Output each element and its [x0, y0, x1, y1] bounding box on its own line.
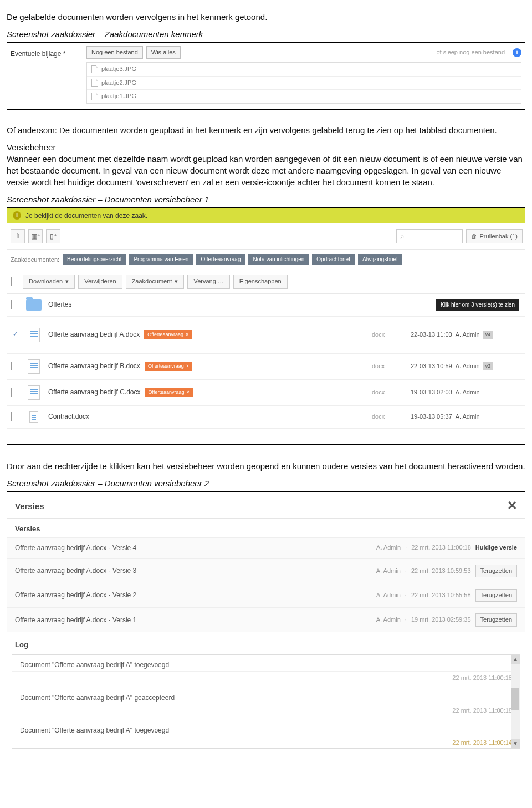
info-icon: i	[13, 211, 21, 220]
version-name: Offerte aanvraag bedrijf A.docx - Versie…	[15, 566, 376, 576]
doc-user: A. Admin	[456, 388, 480, 397]
doc-tag[interactable]: Offerteaanvraag×	[145, 388, 193, 397]
document-row[interactable]: Offerte aanvraag bedrijf C.docx Offertea…	[7, 380, 525, 406]
doc-type-tag[interactable]: Offerteaanvraag	[196, 254, 245, 265]
log-timestamp: 22 mrt. 2013 11:00:14	[12, 736, 520, 748]
screenshot-caption: Screenshot zaakdossier – Zaakdocumenten …	[7, 28, 525, 40]
doc-type-tag[interactable]: Nota van inlichtingen	[248, 254, 309, 265]
version-row[interactable]: Offerte aanvraag bedrijf A.docx - Versie…	[7, 558, 525, 583]
scroll-down-icon[interactable]: ▼	[511, 739, 520, 748]
info-icon[interactable]: i	[513, 48, 521, 57]
screenshot-attachment-field: Eventuele bijlage * Nog een bestand Wis …	[7, 42, 525, 110]
screenshot-document-list: i Je bekijkt de documenten van deze zaak…	[7, 207, 525, 445]
doc-user: A. Admin	[456, 331, 480, 339]
clear-all-button[interactable]: Wis alles	[146, 46, 181, 59]
file-name: plaatje2.JPG	[101, 79, 136, 87]
folder-row[interactable]: Offertes Klik hier om 3 versie(s) te zie…	[7, 294, 525, 317]
scroll-up-icon[interactable]: ▲	[511, 655, 520, 664]
doc-ext: docx	[372, 331, 405, 339]
file-icon	[91, 65, 98, 73]
remove-tag-icon[interactable]: ×	[186, 363, 189, 370]
versions-subheading: Versies	[7, 518, 525, 537]
required-marker: *	[63, 50, 66, 58]
version-date: 22 mrt. 2013 10:55:58	[411, 591, 471, 599]
section-heading: Versiebeheer	[7, 143, 55, 152]
zaakdocument-button[interactable]: Zaakdocument▾	[126, 275, 185, 288]
row-checkbox[interactable]	[11, 412, 12, 421]
log-heading: Log	[7, 636, 525, 654]
row-checkbox[interactable]	[11, 300, 12, 309]
revert-button[interactable]: Terugzetten	[475, 565, 517, 577]
doc-tag[interactable]: Offerteaanvraag×	[145, 362, 192, 371]
remove-tag-icon[interactable]: ×	[186, 331, 188, 338]
version-name: Offerte aanvraag bedrijf A.docx - Versie…	[15, 543, 376, 553]
version-row[interactable]: Offerte aanvraag bedrijf A.docx - Versie…	[7, 607, 525, 632]
doc-ext: docx	[372, 388, 405, 397]
row-checkbox[interactable]	[11, 362, 12, 370]
scrollbar-thumb[interactable]	[511, 688, 519, 710]
folder-icon	[26, 299, 42, 311]
version-tooltip: Klik hier om 3 versie(s) te zien	[436, 299, 519, 311]
file-item[interactable]: plaatje1.JPG	[87, 90, 521, 103]
version-badge[interactable]: v2	[483, 362, 493, 370]
document-row[interactable]: Offerte aanvraag bedrijf A.docx Offertea…	[7, 317, 525, 354]
new-document-button[interactable]: ▯⁺	[46, 229, 60, 243]
scrollbar-track[interactable]: ▲ ▼	[511, 655, 520, 748]
close-icon[interactable]: ✕	[507, 497, 517, 515]
doc-type-tag[interactable]: Beoordelingsoverzicht	[63, 254, 126, 265]
row-checkbox[interactable]	[11, 388, 12, 397]
field-label: Eventuele bijlage *	[11, 46, 80, 59]
search-input[interactable]: ⌕	[396, 229, 463, 243]
file-item[interactable]: plaatje2.JPG	[87, 77, 521, 90]
section-heading-and-paragraph: Versiebeheer Wanneer een document met de…	[7, 141, 525, 188]
log-scroll-area[interactable]: Document "Offerte aanvraag bedrijf A" to…	[12, 654, 520, 749]
doc-name: Offerte aanvraag bedrijf C.docx	[48, 388, 141, 397]
properties-button[interactable]: Eigenschappen	[233, 275, 288, 288]
doc-tag[interactable]: Offerteaanvraag×	[144, 330, 192, 339]
file-name: plaatje3.JPG	[101, 65, 136, 73]
search-icon: ⌕	[400, 232, 404, 241]
doc-date: 22-03-13 10:59	[411, 362, 452, 370]
version-user: A. Admin	[376, 591, 401, 599]
doc-date: 19-03-13 05:37	[411, 413, 452, 421]
log-entry: Document "Offerte aanvraag bedrijf A" to…	[12, 655, 520, 672]
version-row[interactable]: Offerte aanvraag bedrijf A.docx - Versie…	[7, 583, 525, 607]
document-icon	[28, 359, 40, 374]
revert-button[interactable]: Terugzetten	[475, 613, 517, 626]
doc-type-tag[interactable]: Programma van Eisen	[129, 254, 193, 265]
file-item[interactable]: plaatje3.JPG	[87, 63, 521, 76]
row-checkbox[interactable]	[11, 322, 19, 347]
new-folder-button[interactable]: ▥⁺	[28, 229, 43, 243]
select-all-checkbox[interactable]	[11, 277, 12, 286]
doc-type-tag[interactable]: Afwijzingsbrief	[358, 254, 402, 265]
document-icon	[28, 385, 40, 400]
screenshot-caption: Screenshot zaakdossier – Documenten vers…	[7, 477, 525, 489]
log-entry: Document "Offerte aanvraag bedrijf A" ge…	[12, 688, 520, 704]
download-button[interactable]: Downloaden▾	[23, 275, 75, 288]
document-row[interactable]: Offerte aanvraag bedrijf B.docx Offertea…	[7, 354, 525, 380]
log-entry: Document "Offerte aanvraag bedrijf A" to…	[12, 720, 520, 736]
remove-tag-icon[interactable]: ×	[186, 389, 189, 396]
document-icon	[29, 411, 38, 423]
version-date: 19 mrt. 2013 02:59:35	[411, 616, 471, 624]
version-badge[interactable]: v4	[483, 331, 493, 339]
drag-hint: of sleep nog een bestand	[436, 48, 505, 57]
version-name: Offerte aanvraag bedrijf A.docx - Versie…	[15, 591, 376, 600]
file-name: plaatje1.JPG	[101, 92, 136, 100]
revert-button[interactable]: Terugzetten	[475, 589, 517, 602]
file-icon	[91, 79, 98, 87]
upload-button[interactable]: ⇧	[11, 229, 25, 243]
add-file-button[interactable]: Nog een bestand	[86, 46, 143, 59]
doc-type-tag[interactable]: Opdrachtbrief	[312, 254, 355, 265]
doc-ext: docx	[372, 413, 405, 421]
dropdown-icon: ▾	[175, 277, 178, 286]
delete-button[interactable]: Verwijderen	[78, 275, 122, 288]
dialog-title: Versies	[15, 500, 44, 512]
document-row[interactable]: Contract.docx docx 19-03-13 05:37 A. Adm…	[7, 406, 525, 429]
replace-button[interactable]: Vervang …	[187, 275, 229, 288]
log-timestamp: 22 mrt. 2013 11:00:18	[12, 672, 520, 688]
tags-label: Zaakdocumenten:	[11, 256, 59, 264]
trash-button[interactable]: 🗑 Prullenbak (1)	[466, 229, 523, 243]
version-row[interactable]: Offerte aanvraag bedrijf A.docx - Versie…	[7, 537, 525, 558]
doc-date: 19-03-13 02:00	[411, 388, 452, 397]
